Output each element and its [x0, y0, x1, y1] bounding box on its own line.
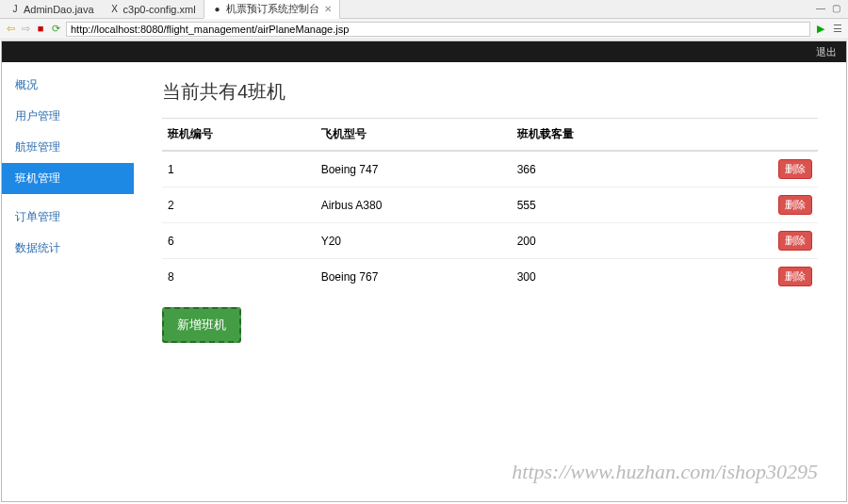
delete-button[interactable]: 删除 — [778, 159, 812, 179]
maximize-icon[interactable]: ▢ — [829, 3, 842, 16]
app-frame: 退出 概况用户管理航班管理班机管理订单管理数据统计 当前共有4班机 班机编号飞机… — [1, 41, 847, 502]
cell-model: Airbus A380 — [316, 187, 512, 223]
file-icon: X — [109, 4, 121, 15]
delete-button[interactable]: 删除 — [778, 267, 812, 286]
forward-icon[interactable]: ⇨ — [19, 23, 32, 36]
back-icon[interactable]: ⇦ — [4, 23, 17, 36]
sidebar-item[interactable]: 班机管理 — [2, 163, 134, 194]
cell-id: 8 — [162, 259, 316, 295]
main-content: 当前共有4班机 班机编号飞机型号班机载客量 1 Boeing 747 366 删… — [134, 62, 846, 501]
ide-tab[interactable]: ●机票预订系统控制台✕ — [204, 0, 340, 19]
table-row: 8 Boeing 767 300 删除 — [162, 259, 818, 295]
cell-capacity: 366 — [512, 151, 695, 187]
file-icon: J — [9, 4, 21, 15]
app-topbar: 退出 — [2, 41, 846, 62]
cell-model: Y20 — [316, 223, 512, 259]
close-icon[interactable]: ✕ — [324, 4, 332, 14]
cell-model: Boeing 747 — [316, 151, 512, 187]
cell-capacity: 200 — [512, 223, 695, 259]
page-title: 当前共有4班机 — [162, 79, 818, 105]
ide-tab[interactable]: JAdminDao.java — [2, 0, 102, 19]
table-row: 1 Boeing 747 366 删除 — [162, 151, 818, 187]
tab-label: 机票预订系统控制台 — [226, 2, 319, 16]
cell-capacity: 300 — [512, 259, 695, 295]
browser-toolbar: ⇦ ⇨ ■ ⟳ ▶ ☰ — [0, 19, 848, 40]
cell-id: 1 — [162, 151, 316, 187]
tab-label: c3p0-config.xml — [123, 4, 196, 15]
stop-icon[interactable]: ■ — [34, 23, 47, 36]
cell-id: 6 — [162, 223, 316, 259]
file-icon: ● — [212, 4, 223, 15]
sidebar-item[interactable]: 概况 — [2, 70, 134, 101]
sidebar: 概况用户管理航班管理班机管理订单管理数据统计 — [2, 62, 134, 501]
sidebar-item[interactable]: 数据统计 — [2, 233, 134, 264]
column-header: 飞机型号 — [316, 119, 512, 152]
browser-menu-icon[interactable]: ☰ — [831, 23, 844, 36]
delete-button[interactable]: 删除 — [778, 231, 812, 251]
sidebar-item[interactable]: 用户管理 — [2, 101, 134, 132]
minimize-icon[interactable]: — — [814, 3, 827, 16]
url-input[interactable] — [66, 22, 810, 37]
ide-tab-controls: — ▢ — [814, 3, 846, 16]
column-header: 班机载客量 — [512, 119, 695, 152]
plane-table: 班机编号飞机型号班机载客量 1 Boeing 747 366 删除 2 Airb… — [162, 118, 818, 294]
cell-model: Boeing 767 — [316, 259, 512, 295]
add-plane-button[interactable]: 新增班机 — [162, 307, 241, 343]
cell-id: 2 — [162, 187, 316, 223]
sidebar-item[interactable]: 订单管理 — [2, 202, 134, 233]
table-row: 6 Y20 200 删除 — [162, 223, 818, 259]
sidebar-item[interactable]: 航班管理 — [2, 132, 134, 163]
table-row: 2 Airbus A380 555 删除 — [162, 187, 818, 223]
refresh-icon[interactable]: ⟳ — [49, 23, 62, 36]
delete-button[interactable]: 删除 — [778, 195, 812, 215]
column-header: 班机编号 — [162, 119, 316, 152]
ide-tab-bar: JAdminDao.javaXc3p0-config.xml●机票预订系统控制台… — [0, 0, 848, 19]
logout-link[interactable]: 退出 — [816, 45, 837, 59]
nav-buttons: ⇦ ⇨ ■ ⟳ — [4, 23, 62, 36]
cell-capacity: 555 — [512, 187, 695, 223]
ide-tab[interactable]: Xc3p0-config.xml — [102, 0, 204, 19]
tab-label: AdminDao.java — [24, 4, 94, 15]
column-header — [695, 119, 818, 152]
go-icon[interactable]: ▶ — [814, 23, 827, 36]
